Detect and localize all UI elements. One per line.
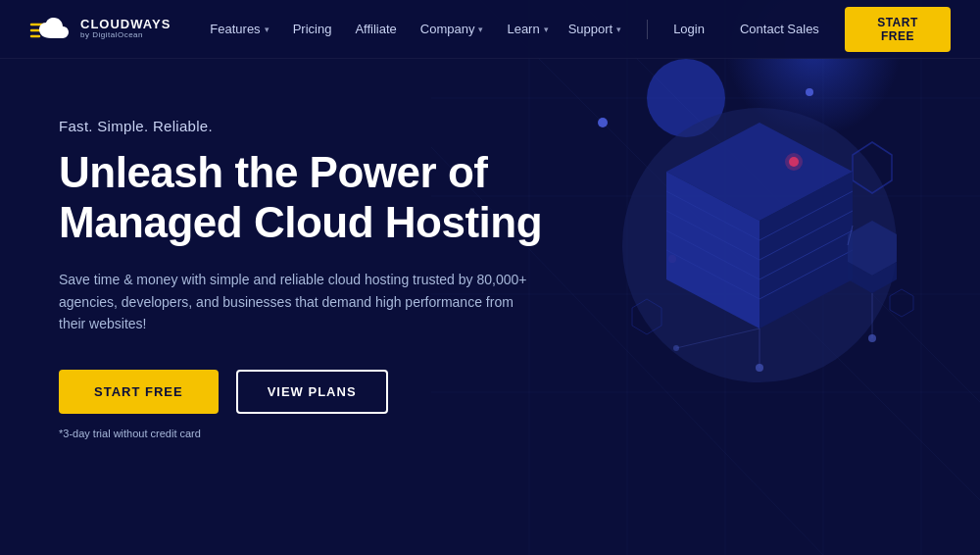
nav-right: Support ▾ Login Contact Sales START FREE bbox=[559, 7, 951, 52]
nav-affiliate[interactable]: Affiliate bbox=[345, 14, 406, 44]
server-illustration bbox=[598, 64, 921, 427]
nav-divider bbox=[647, 20, 648, 39]
nav-learn[interactable]: Learn ▾ bbox=[497, 14, 558, 44]
nav-learn-label: Learn bbox=[507, 22, 539, 36]
svg-point-34 bbox=[756, 364, 763, 372]
hero-start-free-button[interactable]: START FREE bbox=[59, 370, 219, 414]
nav-features[interactable]: Features ▾ bbox=[200, 14, 278, 44]
nav-affiliate-label: Affiliate bbox=[355, 22, 396, 36]
nav-login[interactable]: Login bbox=[663, 14, 714, 44]
nav-support[interactable]: Support ▾ bbox=[559, 14, 632, 44]
hero-heading-line1: Unleash the Power of bbox=[59, 148, 487, 196]
logo[interactable]: CLOUDWAYS by DigitalOcean bbox=[29, 13, 171, 46]
brand-sub: by DigitalOcean bbox=[80, 31, 171, 40]
hero-heading-line2: Managed Cloud Hosting bbox=[59, 198, 542, 246]
hero-view-plans-button[interactable]: VIEW PLANS bbox=[236, 370, 388, 414]
hero-buttons: START FREE VIEW PLANS bbox=[59, 370, 588, 414]
nav-support-label: Support bbox=[568, 22, 613, 36]
nav-company[interactable]: Company ▾ bbox=[411, 14, 494, 44]
hero-tagline: Fast. Simple. Reliable. bbox=[59, 118, 588, 134]
nav-login-label: Login bbox=[673, 22, 705, 36]
nav-company-label: Company bbox=[420, 22, 475, 36]
trial-note: *3-day trial without credit card bbox=[59, 428, 588, 439]
nav-start-free-button[interactable]: START FREE bbox=[845, 7, 951, 52]
navbar: CLOUDWAYS by DigitalOcean Features ▾ Pri… bbox=[0, 0, 980, 59]
nav-pricing-label: Pricing bbox=[293, 22, 332, 36]
nav-left: Features ▾ Pricing Affiliate Company ▾ L… bbox=[200, 14, 558, 44]
brand-name: CLOUDWAYS bbox=[80, 18, 171, 31]
svg-marker-15 bbox=[890, 289, 913, 317]
nav-contact-sales-label: Contact Sales bbox=[740, 22, 819, 36]
hero-heading: Unleash the Power of Managed Cloud Hosti… bbox=[59, 148, 588, 247]
logo-icon bbox=[29, 13, 73, 46]
nav-features-label: Features bbox=[210, 22, 260, 36]
nav-contact-sales[interactable]: Contact Sales bbox=[730, 14, 829, 44]
nav-pricing[interactable]: Pricing bbox=[283, 14, 342, 44]
nav-support-chevron: ▾ bbox=[616, 25, 621, 34]
hero-subtext: Save time & money with simple and reliab… bbox=[59, 269, 529, 334]
nav-features-chevron: ▾ bbox=[265, 25, 270, 34]
svg-point-28 bbox=[785, 153, 803, 171]
hero-section: Fast. Simple. Reliable. Unleash the Powe… bbox=[0, 59, 627, 439]
svg-point-35 bbox=[868, 334, 876, 342]
nav-learn-chevron: ▾ bbox=[544, 25, 549, 34]
nav-company-chevron: ▾ bbox=[478, 25, 483, 34]
